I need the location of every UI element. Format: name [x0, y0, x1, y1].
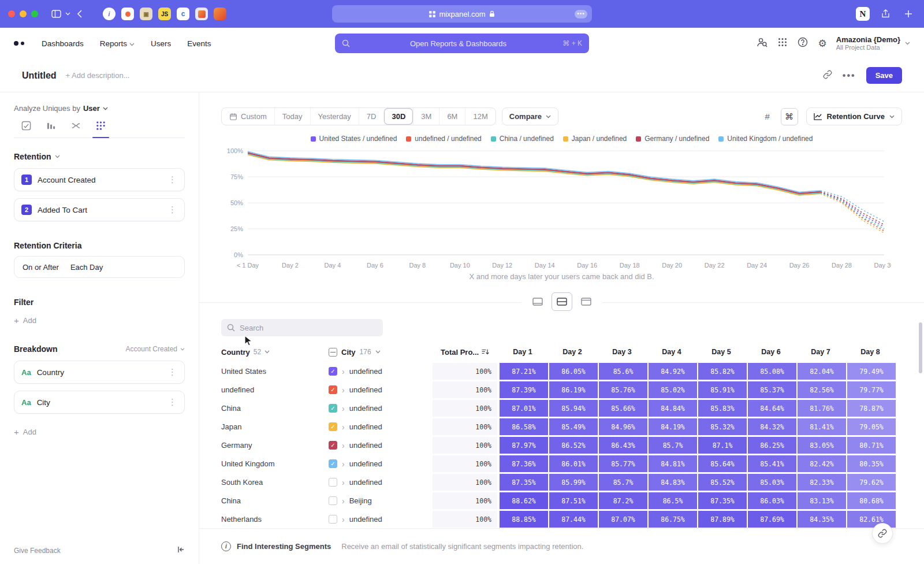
step-event-name[interactable]: Added To Cart — [38, 206, 87, 214]
legend-item[interactable]: undefined / undefined — [406, 135, 481, 143]
retention-cell[interactable]: 84.32% — [748, 418, 796, 435]
retention-cell[interactable]: 85.37% — [748, 381, 796, 398]
expand-row-icon[interactable]: › — [342, 497, 345, 505]
breakdown-scope-selector[interactable]: Account Created — [126, 345, 185, 353]
retention-cell[interactable]: 85.99% — [549, 474, 598, 491]
extension-c-icon[interactable]: c — [177, 8, 189, 20]
retention-cell[interactable]: 88.62% — [500, 492, 548, 509]
project-selector[interactable]: Amazonia {Demo} All Project Data — [836, 36, 910, 51]
step-card-2[interactable]: 2 Added To Cart ⋮ — [14, 198, 185, 221]
extension-mixpanel-icon[interactable] — [195, 8, 208, 20]
criteria-interval[interactable]: Each Day — [70, 263, 103, 272]
retention-cell[interactable]: 80.71% — [847, 437, 896, 454]
retention-cell[interactable]: 85.52% — [698, 474, 747, 491]
expand-row-icon[interactable]: › — [342, 478, 345, 487]
retention-cell[interactable]: 87.07% — [599, 511, 647, 528]
column-header-day-7[interactable]: Day 7 — [796, 348, 845, 356]
date-range-6m[interactable]: 6M — [439, 108, 465, 125]
retention-cell[interactable]: 83.05% — [798, 437, 846, 454]
retention-cell[interactable]: 86.58% — [500, 418, 548, 435]
expand-row-icon[interactable]: › — [342, 368, 345, 376]
retention-cell[interactable]: 85.91% — [698, 381, 747, 398]
more-options-icon[interactable]: ••• — [843, 70, 856, 81]
kebab-menu-icon[interactable]: ⋮ — [168, 175, 177, 185]
add-breakdown-button[interactable]: + Add — [14, 428, 185, 436]
step-card-1[interactable]: 1 Account Created ⋮ — [14, 168, 185, 191]
retention-cell[interactable]: 86.43% — [599, 437, 647, 454]
vertical-scrollbar[interactable] — [919, 322, 922, 373]
command-toggle-icon[interactable]: ⌘ — [781, 108, 798, 125]
retention-cell[interactable]: 82.33% — [798, 474, 846, 491]
column-header-day-8[interactable]: Day 8 — [846, 348, 895, 356]
column-header-day-6[interactable]: Day 6 — [747, 348, 795, 356]
column-header-day-1[interactable]: Day 1 — [498, 348, 547, 356]
extension-flame-icon[interactable] — [214, 8, 226, 20]
retention-cell[interactable]: 85.64% — [698, 455, 747, 472]
tab-insights[interactable] — [14, 121, 39, 138]
extension-dot-icon[interactable] — [121, 8, 134, 20]
user-lookup-icon[interactable] — [757, 37, 767, 50]
legend-item[interactable]: United Kingdom / undefined — [718, 135, 813, 143]
retention-cell[interactable]: 80.35% — [847, 455, 896, 472]
extension-cube-icon[interactable]: ▣ — [140, 8, 152, 20]
retention-cell[interactable]: 87.21% — [500, 363, 548, 380]
retention-cell[interactable]: 86.05% — [549, 363, 598, 380]
expand-row-icon[interactable]: › — [342, 405, 345, 413]
retention-cell[interactable]: 84.92% — [649, 363, 697, 380]
retention-cell[interactable]: 85.02% — [649, 381, 697, 398]
column-header-total[interactable]: Total Pro... — [433, 348, 498, 357]
retention-cell[interactable]: 83.13% — [798, 492, 846, 509]
extension-info-icon[interactable]: i — [103, 8, 116, 20]
apps-grid-icon[interactable] — [778, 38, 787, 49]
address-more-icon[interactable]: ••• — [575, 10, 587, 18]
step-event-name[interactable]: Account Created — [38, 176, 96, 184]
retention-cell[interactable]: 87.51% — [549, 492, 598, 509]
column-header-country[interactable]: Country 52 — [221, 348, 329, 357]
give-feedback-link[interactable]: Give Feedback — [14, 547, 61, 555]
column-header-city[interactable]: — City 176 — [329, 348, 433, 357]
extension-js-icon[interactable]: JS — [158, 8, 171, 20]
chart-type-dropdown[interactable]: Retention Curve — [806, 107, 902, 125]
retention-cell[interactable]: 82.56% — [798, 381, 846, 398]
share-link-button[interactable] — [872, 523, 893, 544]
retention-cell[interactable]: 86.01% — [549, 455, 598, 472]
retention-cell[interactable]: 87.89% — [698, 511, 747, 528]
column-header-day-4[interactable]: Day 4 — [647, 348, 696, 356]
retention-cell[interactable]: 86.19% — [549, 381, 598, 398]
retention-cell[interactable]: 87.39% — [500, 381, 548, 398]
row-checkbox[interactable] — [329, 515, 337, 524]
nav-events[interactable]: Events — [187, 39, 211, 48]
retention-cell[interactable]: 85.32% — [698, 418, 747, 435]
date-range-yesterday[interactable]: Yesterday — [310, 108, 359, 125]
legend-item[interactable]: Japan / undefined — [563, 135, 627, 143]
legend-item[interactable]: China / undefined — [491, 135, 554, 143]
retention-cell[interactable]: 85.6% — [599, 363, 647, 380]
compare-button[interactable]: Compare — [502, 107, 558, 125]
row-checkbox[interactable]: ✓ — [329, 404, 337, 413]
retention-cell[interactable]: 78.87% — [847, 400, 896, 417]
kebab-menu-icon[interactable]: ⋮ — [168, 367, 177, 377]
browser-sidebar-toggle[interactable] — [49, 6, 64, 21]
analyze-entity[interactable]: User — [83, 104, 100, 113]
collapse-sidebar-icon[interactable] — [177, 546, 185, 555]
address-bar[interactable]: mixpanel.com ••• — [332, 5, 592, 23]
retention-cell[interactable]: 86.03% — [748, 492, 796, 509]
tab-funnels[interactable] — [39, 121, 64, 138]
retention-cell[interactable]: 84.64% — [748, 400, 796, 417]
retention-cell[interactable]: 84.19% — [649, 418, 697, 435]
add-filter-button[interactable]: + Add — [14, 316, 185, 325]
expand-row-icon[interactable]: › — [342, 386, 345, 394]
legend-item[interactable]: United States / undefined — [311, 135, 397, 143]
expand-row-icon[interactable]: › — [342, 515, 345, 524]
view-toggle-table-only[interactable] — [576, 292, 597, 311]
back-button[interactable] — [72, 6, 87, 21]
retention-cell[interactable]: 85.7% — [649, 437, 697, 454]
retention-cell[interactable]: 79.62% — [847, 474, 896, 491]
retention-cell[interactable]: 85.08% — [748, 363, 796, 380]
legend-item[interactable]: Germany / undefined — [636, 135, 709, 143]
retention-cell[interactable]: 85.94% — [549, 400, 598, 417]
retention-cell[interactable]: 85.49% — [549, 418, 598, 435]
kebab-menu-icon[interactable]: ⋮ — [168, 205, 177, 215]
help-icon[interactable] — [798, 37, 808, 50]
retention-cell[interactable]: 87.44% — [549, 511, 598, 528]
